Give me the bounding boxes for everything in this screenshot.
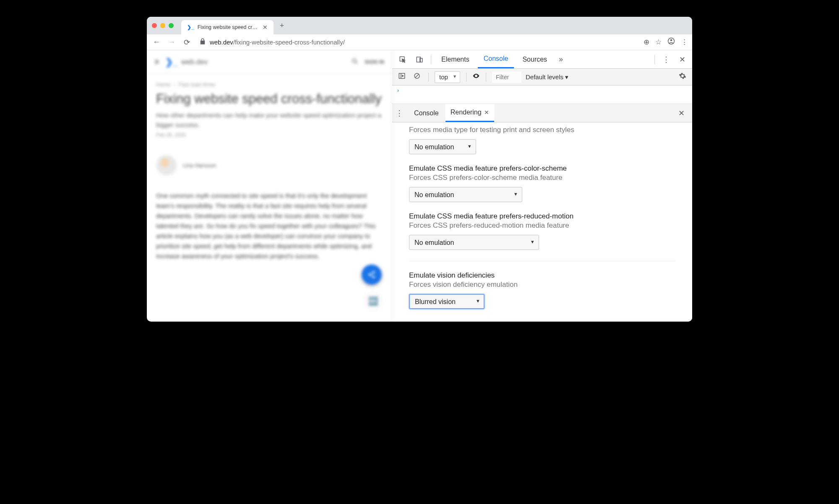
emulate-media-type: Forces media type for testing print and … xyxy=(409,126,675,154)
close-rendering-tab-icon[interactable]: ✕ xyxy=(484,109,489,116)
url-field[interactable]: web.dev/fixing-website-speed-cross-funct… xyxy=(196,38,639,47)
tab-console[interactable]: Console xyxy=(478,50,514,68)
tab-sources[interactable]: Sources xyxy=(516,50,553,68)
page-date: Feb 28, 2020 xyxy=(147,130,392,138)
tab-elements[interactable]: Elements xyxy=(435,50,475,68)
bookmark-icon[interactable]: ☆ xyxy=(655,38,662,47)
page-subtitle: How other departments can help make your… xyxy=(147,107,392,130)
svg-point-5 xyxy=(369,274,371,276)
svg-point-4 xyxy=(373,271,375,273)
divider xyxy=(409,261,675,261)
content-split: ≡ ❯_web.dev SIGN IN Home › Fast load tim… xyxy=(147,50,692,322)
svg-line-3 xyxy=(356,62,357,64)
devtools: Elements Console Sources » ⋮ ✕ top xyxy=(392,50,692,322)
breadcrumb: Home › Fast load times xyxy=(147,74,392,88)
sidebar-toggle-icon[interactable] xyxy=(396,72,407,82)
reduced-motion-select[interactable]: No emulation xyxy=(409,235,539,250)
console-output[interactable]: › xyxy=(392,86,692,104)
avatar xyxy=(156,155,177,176)
share-button[interactable] xyxy=(362,265,382,285)
clear-console-icon[interactable] xyxy=(412,72,422,82)
context-select[interactable]: top xyxy=(435,71,460,83)
minimize-window[interactable] xyxy=(160,23,165,28)
back-button[interactable]: ← xyxy=(151,38,162,47)
lock-icon xyxy=(199,38,206,47)
vision-deficiency-select[interactable]: Blurred vision xyxy=(409,294,485,309)
drawer-menu-icon[interactable]: ⋮ xyxy=(396,109,403,118)
hamburger-icon[interactable]: ≡ xyxy=(154,57,159,67)
close-tab-icon[interactable]: ✕ xyxy=(263,24,268,31)
profile-icon[interactable] xyxy=(667,37,675,47)
drawer-tab-console[interactable]: Console xyxy=(409,104,444,122)
emulate-reduced-motion: Emulate CSS media feature prefers-reduce… xyxy=(409,212,675,250)
maximize-window[interactable] xyxy=(169,23,174,28)
favicon-icon: ❯_ xyxy=(187,24,194,30)
translate-button[interactable]: 🔤 xyxy=(364,292,382,310)
inspect-element-icon[interactable] xyxy=(396,50,410,68)
install-icon[interactable]: ⊕ xyxy=(644,38,649,47)
log-levels-select[interactable]: Default levels ▾ xyxy=(526,73,568,81)
media-type-select[interactable]: No emulation xyxy=(409,139,476,154)
drawer-tabs: ⋮ Console Rendering ✕ ✕ xyxy=(392,104,692,122)
browser-window: ❯_ Fixing website speed cross-fun ✕ + ← … xyxy=(147,17,692,322)
device-toolbar-icon[interactable] xyxy=(412,50,427,68)
svg-point-6 xyxy=(373,276,375,278)
svg-point-1 xyxy=(670,39,672,42)
reload-button[interactable]: ⟳ xyxy=(181,38,192,47)
page-title: Fixing website speed cross-functionally xyxy=(147,88,392,107)
console-settings-icon[interactable] xyxy=(677,72,688,82)
emulate-vision-deficiencies: Emulate vision deficiencies Forces visio… xyxy=(409,271,675,309)
live-expression-icon[interactable] xyxy=(472,72,480,82)
color-scheme-select[interactable]: No emulation xyxy=(409,187,522,202)
close-drawer-icon[interactable]: ✕ xyxy=(678,109,685,118)
rendered-page: ≡ ❯_web.dev SIGN IN Home › Fast load tim… xyxy=(147,50,392,322)
emulate-color-scheme: Emulate CSS media feature prefers-color-… xyxy=(409,164,675,202)
author: Lina Hansson xyxy=(147,138,392,176)
more-tabs-icon[interactable]: » xyxy=(555,50,566,68)
rendering-panel: Forces media type for testing print and … xyxy=(392,122,692,322)
svg-point-2 xyxy=(352,59,356,62)
site-brand[interactable]: ❯_web.dev xyxy=(165,57,208,68)
brand-icon: ❯_ xyxy=(165,57,178,68)
filter-input[interactable] xyxy=(492,72,521,83)
console-toolbar: top Default levels ▾ xyxy=(392,69,692,86)
sign-in-button[interactable]: SIGN IN xyxy=(365,59,384,65)
search-icon[interactable] xyxy=(351,57,359,67)
devtools-tabs: Elements Console Sources » ⋮ ✕ xyxy=(392,50,692,69)
new-tab-button[interactable]: + xyxy=(276,20,288,31)
window-controls xyxy=(152,23,174,28)
address-bar: ← → ⟳ web.dev/fixing-website-speed-cross… xyxy=(147,34,692,50)
menu-icon[interactable]: ⋮ xyxy=(681,38,688,47)
tab-title: Fixing website speed cross-fun xyxy=(198,24,259,30)
drawer-tab-rendering[interactable]: Rendering ✕ xyxy=(446,104,494,122)
forward-button[interactable]: → xyxy=(166,38,177,47)
author-name: Lina Hansson xyxy=(183,162,216,169)
close-window[interactable] xyxy=(152,23,157,28)
close-devtools-icon[interactable]: ✕ xyxy=(676,50,689,68)
tab-strip: ❯_ Fixing website speed cross-fun ✕ + xyxy=(147,17,692,34)
browser-tab[interactable]: ❯_ Fixing website speed cross-fun ✕ xyxy=(181,20,274,34)
svg-line-13 xyxy=(415,74,419,78)
devtools-menu-icon[interactable]: ⋮ xyxy=(659,50,673,68)
toolbar-right: ⊕ ☆ ⋮ xyxy=(644,37,688,47)
article-body: One common myth connected to site speed … xyxy=(147,176,392,270)
